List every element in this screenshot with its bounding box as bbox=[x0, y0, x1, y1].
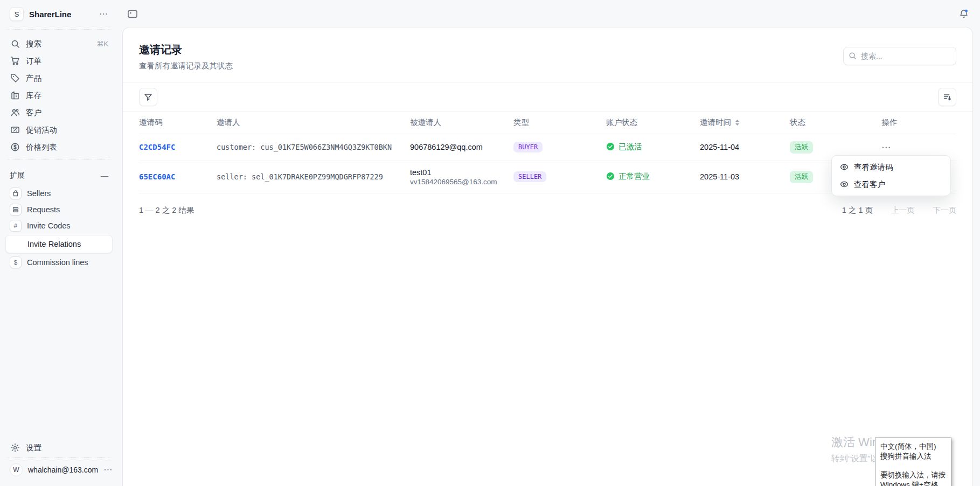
sidebar-item-promotions[interactable]: 促销活动 bbox=[5, 121, 113, 138]
menu-item-label: 查看客户 bbox=[854, 179, 885, 190]
sort-arrows-icon[interactable] bbox=[735, 119, 740, 126]
sidebar-item-label: 产品 bbox=[26, 73, 108, 84]
sidebar-divider bbox=[8, 457, 110, 458]
dollar-icon: $ bbox=[10, 256, 22, 268]
col-header-invite-code: 邀请码 bbox=[139, 112, 217, 134]
sidebar-item-label: 库存 bbox=[26, 91, 108, 101]
sidebar-bottom: 设置 W whalchain@163.com ⋯ bbox=[5, 439, 113, 486]
sidebar-menu-button[interactable]: ⋯ bbox=[99, 10, 108, 18]
invite-date: 2025-11-03 bbox=[700, 172, 739, 181]
sidebar-item-price-lists[interactable]: 价格列表 bbox=[5, 138, 113, 156]
sidebar-toggle-button[interactable] bbox=[127, 8, 141, 20]
sidebar-item-invite-codes[interactable]: # Invite Codes bbox=[5, 218, 113, 234]
page-indicator: 1 之 1 页 bbox=[842, 205, 873, 216]
sidebar-item-label: Invite Codes bbox=[27, 221, 71, 230]
tag-icon bbox=[10, 73, 20, 84]
page-title: 邀请记录 bbox=[139, 43, 233, 57]
sidebar-item-sellers[interactable]: Sellers bbox=[5, 185, 113, 202]
search-input[interactable] bbox=[843, 47, 956, 65]
user-email: whalchain@163.com bbox=[28, 466, 98, 474]
col-header-invite-time[interactable]: 邀请时间 bbox=[700, 112, 790, 134]
brand[interactable]: S SharerLine bbox=[10, 7, 71, 21]
users-icon bbox=[10, 107, 20, 118]
sidebar-item-settings[interactable]: 设置 bbox=[5, 439, 113, 456]
sidebar-item-inventory[interactable]: 库存 bbox=[5, 87, 113, 104]
col-header-inviter: 邀请人 bbox=[217, 112, 410, 134]
sidebar-item-commission-lines[interactable]: $ Commission lines bbox=[5, 254, 113, 270]
requests-list-icon bbox=[10, 204, 22, 216]
brand-avatar: S bbox=[10, 7, 24, 21]
col-header-status: 状态 bbox=[790, 112, 881, 134]
type-badge: BUYER bbox=[513, 142, 543, 152]
account-status-text: 正常营业 bbox=[618, 171, 650, 182]
sort-list-icon bbox=[943, 93, 952, 102]
sidebar-header: S SharerLine ⋯ bbox=[5, 0, 113, 28]
bell-icon bbox=[958, 8, 974, 20]
invitee-primary: 906786129@qq.com bbox=[410, 143, 509, 151]
sidebar-item-label: Invite Relations bbox=[27, 240, 81, 248]
extensions-section-title: 扩展 bbox=[10, 171, 25, 180]
hash-icon: # bbox=[10, 220, 22, 232]
sidebar-item-products[interactable]: 产品 bbox=[5, 70, 113, 87]
sidebar-item-label: Sellers bbox=[27, 189, 51, 198]
row-actions-menu: 查看邀请码 查看客户 bbox=[831, 155, 951, 196]
sidebar-item-label: 设置 bbox=[26, 443, 108, 453]
col-header-actions: 操作 bbox=[881, 112, 956, 134]
user-menu-button[interactable]: ⋯ bbox=[103, 466, 113, 474]
sidebar-item-requests[interactable]: Requests bbox=[5, 202, 113, 218]
sidebar-item-orders[interactable]: 订单 bbox=[5, 52, 113, 70]
notifications-button[interactable] bbox=[958, 6, 974, 22]
filter-funnel-icon bbox=[144, 93, 152, 101]
invite-date: 2025-11-04 bbox=[700, 143, 739, 151]
col-header-type: 类型 bbox=[513, 112, 606, 134]
invite-code-link[interactable]: 65EC60AC bbox=[139, 172, 175, 181]
status-badge: 活跃 bbox=[790, 171, 813, 183]
table-footer: 1 — 2 之 2 结果 1 之 1 页 上一页 下一页 bbox=[123, 193, 972, 227]
gear-icon bbox=[10, 442, 20, 453]
search-icon bbox=[849, 52, 857, 60]
panel-header: 邀请记录 查看所有邀请记录及其状态 bbox=[123, 27, 972, 82]
inviter-id: seller: sel_01K7DRAKE0PZ99MQDGRFP87229 bbox=[217, 172, 383, 181]
table-search bbox=[843, 47, 956, 65]
extensions-section-header: 扩展 — bbox=[5, 166, 113, 185]
user-avatar: W bbox=[10, 463, 23, 476]
sidebar-item-label: 价格列表 bbox=[26, 142, 108, 152]
sidebar-nav: 搜索 ⌘K 订单 产品 库存 客户 bbox=[5, 31, 113, 158]
menu-item-view-invite-code[interactable]: 查看邀请码 bbox=[835, 158, 948, 176]
menu-item-view-customer[interactable]: 查看客户 bbox=[835, 176, 948, 193]
prev-page-button[interactable]: 上一页 bbox=[891, 205, 915, 216]
ime-tooltip: 中文(简体，中国) 搜狗拼音输入法 要切换输入法，请按 Windows 键+空格… bbox=[875, 438, 951, 486]
col-header-invitee: 被邀请人 bbox=[410, 112, 513, 134]
user-account-row[interactable]: W whalchain@163.com ⋯ bbox=[5, 459, 113, 481]
filter-button[interactable] bbox=[139, 88, 157, 106]
col-header-account-status: 账户状态 bbox=[606, 112, 700, 134]
next-page-button[interactable]: 下一页 bbox=[933, 205, 957, 216]
row-actions-button[interactable]: ⋯ bbox=[881, 142, 892, 153]
sidebar-item-customers[interactable]: 客户 bbox=[5, 104, 113, 121]
results-count: 1 — 2 之 2 结果 bbox=[139, 205, 194, 216]
invite-code-link[interactable]: C2CD54FC bbox=[139, 143, 175, 151]
menu-item-label: 查看邀请码 bbox=[854, 162, 893, 172]
type-badge: SELLER bbox=[513, 171, 546, 182]
table-toolbar bbox=[123, 82, 972, 112]
search-icon bbox=[10, 38, 20, 49]
sidebar-item-label: Requests bbox=[27, 205, 60, 214]
sidebar-divider bbox=[8, 159, 110, 159]
sellers-bag-icon bbox=[10, 188, 22, 199]
sidebar-item-search[interactable]: 搜索 ⌘K bbox=[5, 35, 113, 52]
table-header-row: 邀请码 邀请人 被邀请人 类型 账户状态 邀请时间 状态 操作 bbox=[139, 112, 956, 134]
collapse-section-button[interactable]: — bbox=[101, 171, 108, 180]
invitee-secondary: vv15842069565@163.com bbox=[410, 178, 509, 186]
inviter-id: customer: cus_01K7E5W066Z3NM4GQ3Z9KT0BKN bbox=[217, 143, 392, 151]
eye-icon bbox=[840, 163, 849, 171]
sidebar-item-label: 客户 bbox=[26, 108, 108, 118]
sidebar-item-invite-relations[interactable]: Invite Relations bbox=[5, 235, 113, 253]
ime-input-method: 搜狗拼音输入法 bbox=[880, 452, 946, 461]
search-shortcut: ⌘K bbox=[96, 40, 108, 48]
sidebar-item-label: 搜索 bbox=[26, 39, 91, 49]
sidebar-divider bbox=[8, 29, 110, 30]
eye-icon bbox=[840, 180, 849, 189]
pagination: 1 之 1 页 上一页 下一页 bbox=[842, 205, 956, 216]
sidebar-item-label: Commission lines bbox=[27, 258, 88, 267]
sort-columns-button[interactable] bbox=[938, 88, 956, 106]
